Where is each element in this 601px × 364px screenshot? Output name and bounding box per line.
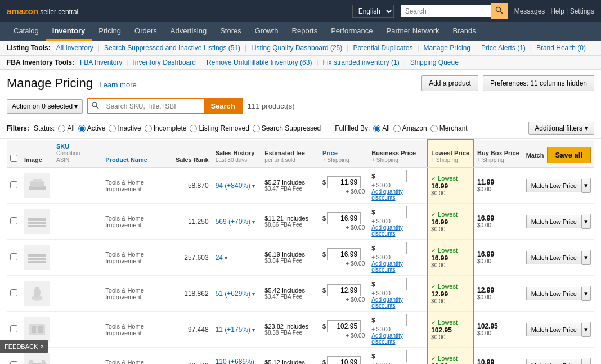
additional-filters-button[interactable]: Additional filters ▾ [528,122,594,135]
match-low-price-button[interactable]: Match Low Price [526,359,582,365]
status-inactive-radio[interactable] [109,125,116,132]
nav-pricing[interactable]: Pricing [92,22,128,41]
row-checkbox[interactable] [10,289,17,296]
match-dropdown-button[interactable]: ▾ [582,286,591,301]
price-input[interactable] [327,320,361,332]
match-dropdown-button[interactable]: ▾ [582,322,591,337]
row-checkbox[interactable] [10,217,17,224]
match-dropdown-button[interactable]: ▾ [582,178,591,193]
fulfilled-amazon-label[interactable]: Amazon [393,124,427,132]
history-link[interactable]: 24 [216,254,223,262]
history-link[interactable]: 51 (+629%) [216,290,250,298]
history-link[interactable]: 94 (+840%) [216,182,250,190]
search-suppressed-link[interactable]: Search Suppressed and Inactive Listings … [104,44,240,52]
add-quantity-discounts-link[interactable]: Add quantity discounts [371,188,423,201]
learn-more-link[interactable]: Learn more [99,80,136,89]
inventory-dashboard-link[interactable]: Inventory Dashboard [133,59,196,66]
status-inactive-label[interactable]: Inactive [109,124,141,132]
status-listing-removed-label[interactable]: Listing Removed [190,124,249,132]
biz-price-input[interactable] [376,170,407,182]
fulfilled-all-radio[interactable] [373,125,380,132]
save-all-button[interactable]: Save all [547,147,591,163]
nav-partner-network[interactable]: Partner Network [380,22,446,41]
match-low-price-button[interactable]: Match Low Price [526,287,582,300]
shipping-queue-link[interactable]: Shipping Queue [410,59,459,66]
add-quantity-discounts-link[interactable]: Add quantity discounts [371,224,423,237]
fba-inventory-link[interactable]: FBA Inventory [80,59,122,66]
top-search-input[interactable] [401,5,491,17]
product-search-button[interactable]: Search [204,99,241,113]
add-quantity-discounts-link[interactable]: Add quantity discounts [371,260,423,273]
close-icon[interactable]: × [40,343,44,350]
fix-stranded-link[interactable]: Fix stranded inventory (1) [323,59,400,66]
history-link[interactable]: 11 (+175%) [216,326,250,334]
status-incomplete-radio[interactable] [145,125,152,132]
settings-link[interactable]: Settings [570,7,594,15]
match-low-price-button[interactable]: Match Low Price [526,179,582,192]
match-dropdown-button[interactable]: ▾ [582,250,591,265]
listing-quality-link[interactable]: Listing Quality Dashboard (25) [251,44,342,52]
history-link[interactable]: 569 (+70%) [216,218,250,226]
match-low-price-button[interactable]: Match Low Price [526,323,582,336]
status-all-radio[interactable] [58,125,65,132]
row-checkbox[interactable] [10,181,17,188]
biz-price-input[interactable] [376,350,407,362]
biz-price-input[interactable] [376,314,407,326]
product-search-input[interactable] [102,100,204,113]
fulfilled-all-label[interactable]: All [373,124,389,132]
status-search-suppressed-radio[interactable] [253,125,260,132]
match-low-price-button[interactable]: Match Low Price [526,251,582,264]
nav-performance[interactable]: Performance [324,22,379,41]
status-listing-removed-radio[interactable] [190,125,197,132]
fulfilled-merchant-radio[interactable] [430,125,438,132]
row-checkbox[interactable] [10,325,17,332]
status-search-suppressed-label[interactable]: Search Suppressed [253,124,321,132]
top-search-button[interactable] [491,3,508,19]
price-input[interactable] [327,356,361,364]
fulfilled-merchant-label[interactable]: Merchant [430,124,468,132]
price-input[interactable] [327,212,361,224]
status-active-radio[interactable] [78,125,86,132]
match-dropdown-button[interactable]: ▾ [582,358,591,364]
match-dropdown-button[interactable]: ▾ [582,214,591,229]
table-row: Tools & Home Improvement 97,448 11 (+175… [7,312,594,348]
history-link[interactable]: 110 (+686%) [216,358,254,365]
status-incomplete-label[interactable]: Incomplete [145,124,187,132]
nav-brands[interactable]: Brands [446,22,482,41]
nav-reports[interactable]: Reports [285,22,325,41]
add-product-button[interactable]: Add a product [421,75,478,91]
add-quantity-discounts-link[interactable]: Add quantity discounts [371,296,423,309]
price-input[interactable] [327,176,361,188]
feedback-button[interactable]: FEEDBACK × [0,340,48,353]
select-all-checkbox[interactable] [10,155,17,162]
nav-growth[interactable]: Growth [248,22,285,41]
potential-duplicates-link[interactable]: Potential Duplicates [353,44,412,52]
help-link[interactable]: Help [550,7,564,15]
language-selector[interactable]: English [352,5,394,18]
nav-advertising[interactable]: Advertising [164,22,213,41]
price-input[interactable] [327,248,361,260]
brand-health-link[interactable]: Brand Health (0) [536,44,586,52]
price-alerts-link[interactable]: Price Alerts (1) [481,44,526,52]
preferences-button[interactable]: Preferences: 11 columns hidden [483,75,594,91]
row-checkbox[interactable] [10,361,17,365]
action-on-selected-button[interactable]: Action on 0 selected ▾ [7,99,83,114]
all-inventory-link[interactable]: All Inventory [56,44,93,52]
nav-catalog[interactable]: Catalog [7,22,46,41]
messages-link[interactable]: Messages [514,7,545,15]
nav-orders[interactable]: Orders [128,22,164,41]
biz-price-input[interactable] [376,206,407,218]
nav-inventory[interactable]: Inventory [46,22,92,41]
add-quantity-discounts-link[interactable]: Add quantity discounts [371,332,423,345]
biz-price-input[interactable] [376,278,407,290]
nav-stores[interactable]: Stores [213,22,248,41]
status-all-label[interactable]: All [58,124,74,132]
manage-pricing-link[interactable]: Manage Pricing [424,44,470,52]
fulfilled-amazon-radio[interactable] [393,125,401,132]
remove-unfulfillable-link[interactable]: Remove Unfulfillable Inventory (63) [207,59,312,66]
status-active-label[interactable]: Active [78,124,106,132]
match-low-price-button[interactable]: Match Low Price [526,215,582,228]
biz-price-input[interactable] [376,242,407,254]
price-input[interactable] [327,284,361,296]
row-checkbox[interactable] [10,253,17,260]
